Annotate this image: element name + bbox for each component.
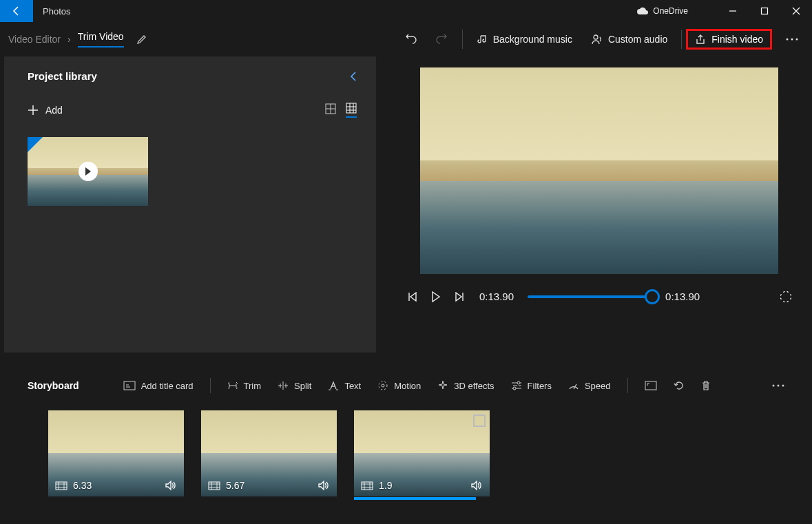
maximize-button[interactable] xyxy=(749,0,780,22)
clip-duration: 6.33 xyxy=(73,480,92,491)
motion-label: Motion xyxy=(394,381,421,391)
custom-audio-label: Custom audio xyxy=(608,34,667,45)
svg-rect-7 xyxy=(124,381,135,390)
storyboard-clip[interactable]: 5.67 xyxy=(201,410,337,496)
background-music-button[interactable]: Background music xyxy=(467,28,582,50)
play-overlay-icon xyxy=(79,162,98,181)
filters-icon xyxy=(511,381,522,390)
sparkle-icon xyxy=(437,380,448,391)
undo-button[interactable] xyxy=(395,28,426,51)
text-button[interactable]: Text xyxy=(321,377,368,395)
storyboard-clip[interactable]: 1.9 xyxy=(354,410,490,496)
separator xyxy=(627,378,628,393)
rotate-icon xyxy=(674,380,685,391)
rotate-button[interactable] xyxy=(667,376,691,395)
maximize-icon xyxy=(760,7,769,15)
finish-video-label: Finish video xyxy=(711,34,763,45)
close-button[interactable] xyxy=(780,0,812,22)
next-frame-button[interactable] xyxy=(455,292,466,302)
3d-effects-button[interactable]: 3D effects xyxy=(430,376,501,395)
player-controls: 0:13.90 0:13.90 xyxy=(406,291,791,302)
rename-button[interactable] xyxy=(136,34,147,45)
split-button[interactable]: Split xyxy=(271,377,318,395)
storyboard-more-button[interactable] xyxy=(765,379,791,392)
svg-rect-18 xyxy=(362,482,373,490)
more-button[interactable] xyxy=(780,32,804,47)
fullscreen-button[interactable] xyxy=(780,291,791,302)
chevron-right-icon: › xyxy=(67,34,71,45)
selection-indicator-icon xyxy=(473,415,486,427)
clip-audio-button[interactable] xyxy=(165,480,177,491)
filters-label: Filters xyxy=(528,381,552,391)
music-note-icon xyxy=(477,34,488,45)
text-icon xyxy=(328,381,339,390)
text-label: Text xyxy=(344,381,361,391)
clip-duration: 1.9 xyxy=(379,480,392,491)
3d-effects-label: 3D effects xyxy=(454,381,494,391)
add-media-button[interactable]: Add xyxy=(28,105,63,116)
clip-audio-button[interactable] xyxy=(470,480,483,491)
preview-area[interactable] xyxy=(420,67,778,274)
svg-point-1 xyxy=(594,35,598,39)
add-title-card-label: Add title card xyxy=(141,381,194,391)
redo-button xyxy=(426,28,458,51)
large-grid-icon xyxy=(325,103,336,114)
seek-slider[interactable] xyxy=(528,295,652,298)
collapse-library-button[interactable] xyxy=(350,72,357,81)
svg-point-11 xyxy=(513,387,516,390)
title-bar: Photos OneDrive xyxy=(0,0,812,22)
undo-icon xyxy=(404,33,417,45)
library-view-toggle xyxy=(325,103,357,118)
arrow-left-icon xyxy=(11,6,22,17)
onedrive-status[interactable]: OneDrive xyxy=(636,6,688,16)
current-time: 0:13.90 xyxy=(479,291,514,302)
add-title-card-button[interactable]: Add title card xyxy=(116,377,200,395)
preview-image xyxy=(420,67,778,274)
clip-audio-button[interactable] xyxy=(317,480,330,491)
storyboard-clips: 6.33 5.67 1.9 xyxy=(0,404,812,496)
view-large-grid-button[interactable] xyxy=(325,103,336,117)
preview-pane: 0:13.90 0:13.90 xyxy=(376,56,812,353)
breadcrumb-current[interactable]: Trim Video xyxy=(78,31,124,48)
step-back-icon xyxy=(406,292,417,302)
library-clip-thumbnail[interactable] xyxy=(28,137,148,206)
svg-rect-17 xyxy=(209,482,220,490)
motion-button[interactable]: Motion xyxy=(371,376,428,395)
breadcrumb-root[interactable]: Video Editor xyxy=(8,34,61,45)
storyboard-clip[interactable]: 6.33 xyxy=(48,410,184,496)
clip-overlay: 1.9 xyxy=(354,474,490,496)
split-label: Split xyxy=(294,381,311,391)
ellipsis-icon xyxy=(772,384,784,388)
storyboard-title: Storyboard xyxy=(28,380,79,391)
back-button[interactable] xyxy=(0,0,33,22)
minimize-icon xyxy=(729,7,737,15)
svg-rect-6 xyxy=(346,103,356,113)
speed-icon xyxy=(568,381,579,390)
svg-point-15 xyxy=(782,385,784,387)
resize-button[interactable] xyxy=(638,377,664,395)
split-icon xyxy=(278,381,289,390)
window-controls xyxy=(717,0,812,22)
prev-frame-button[interactable] xyxy=(406,292,417,302)
svg-point-10 xyxy=(517,381,520,384)
filters-button[interactable]: Filters xyxy=(504,377,559,395)
filmstrip-icon xyxy=(361,481,373,490)
view-small-grid-button[interactable] xyxy=(346,103,357,118)
seek-knob[interactable] xyxy=(645,289,660,304)
filmstrip-icon xyxy=(208,481,220,490)
plus-icon xyxy=(28,105,39,116)
cloud-icon xyxy=(636,7,649,15)
minimize-button[interactable] xyxy=(717,0,749,22)
separator xyxy=(462,30,463,49)
chevron-left-icon xyxy=(350,72,357,81)
clip-overlay: 5.67 xyxy=(201,474,337,496)
filmstrip-icon xyxy=(55,481,67,490)
trim-button[interactable]: Trim xyxy=(220,377,269,395)
svg-point-13 xyxy=(773,385,775,387)
finish-video-button[interactable]: Finish video xyxy=(686,29,772,50)
custom-audio-button[interactable]: Custom audio xyxy=(582,28,677,50)
play-button[interactable] xyxy=(431,291,441,302)
delete-button[interactable] xyxy=(694,376,718,395)
speed-button[interactable]: Speed xyxy=(561,377,618,395)
trash-icon xyxy=(701,380,711,391)
